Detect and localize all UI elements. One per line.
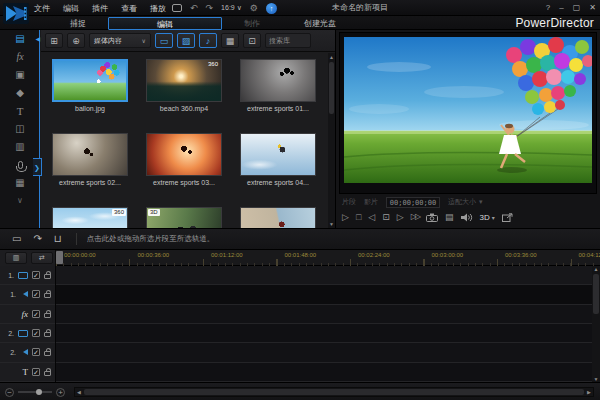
media-item[interactable]: ballon.jpg — [43, 53, 137, 127]
zoom-slider[interactable] — [18, 391, 52, 393]
track-enable-checkbox[interactable]: ✓ — [32, 290, 40, 298]
stop-button[interactable]: □ — [356, 213, 361, 222]
play-button[interactable]: ▷ — [342, 213, 349, 222]
fit-size-dropdown[interactable]: 适配大小▾ — [448, 197, 483, 207]
timeline-horizontal-scrollbar[interactable]: ◀ ▶ — [74, 387, 594, 397]
media-item[interactable]: extreme sports 03... — [137, 127, 231, 201]
tab-produce[interactable]: 制作 — [222, 17, 282, 30]
media-item[interactable]: 360beach 360.mp4 — [137, 53, 231, 127]
menu-edit[interactable]: 编辑 — [63, 3, 79, 14]
close-button[interactable]: ✕ — [589, 4, 596, 12]
3d-mode-button[interactable]: 3D▾ — [480, 213, 495, 222]
media-room-icon[interactable]: ▤◀ — [0, 30, 40, 48]
track-enable-checkbox[interactable]: ✓ — [32, 348, 40, 356]
detach-preview-icon[interactable] — [502, 213, 513, 222]
track-enable-checkbox[interactable]: ✓ — [32, 329, 40, 337]
transition-room-glyph: ◫ — [15, 124, 24, 134]
tracks-vertical-scrollbar[interactable]: ▲ ▼ — [592, 266, 600, 382]
media-item[interactable]: extreme sports 04... — [231, 127, 325, 201]
redo-icon[interactable]: ↷ — [206, 4, 214, 13]
search-input[interactable] — [265, 33, 311, 48]
track-lock-icon[interactable] — [44, 313, 51, 318]
select-display-icon[interactable] — [172, 4, 182, 12]
previous-frame-button[interactable]: ◁ — [368, 213, 375, 222]
track-lock-icon[interactable] — [44, 293, 51, 298]
movie-mode-button[interactable]: 影片 — [364, 197, 378, 207]
zoom-in-button[interactable]: + — [56, 388, 65, 397]
scroll-right-icon[interactable]: ▶ — [585, 388, 593, 396]
media-item[interactable]: 3D — [137, 201, 231, 228]
import-media-button[interactable]: ⊞ — [45, 33, 63, 48]
track-lane[interactable] — [56, 343, 592, 362]
time-ruler[interactable]: 00:00:00:0000:00:36:0000:01:12:0000:01:4… — [56, 250, 600, 266]
snapshot-camera-icon[interactable] — [426, 213, 438, 222]
align-tracks-button[interactable]: ⇄ — [31, 252, 53, 264]
track-enable-checkbox[interactable]: ✓ — [32, 368, 40, 376]
particle-room-icon[interactable]: ◆ — [0, 84, 40, 102]
step-frame-button[interactable]: ⊡ — [382, 213, 390, 222]
insert-clip-icon[interactable]: ⊔ — [54, 234, 62, 244]
maximize-button[interactable]: ▢ — [573, 4, 581, 12]
track-enable-checkbox[interactable]: ✓ — [32, 271, 40, 279]
media-item[interactable]: 360 — [43, 201, 137, 228]
scroll-left-icon[interactable]: ◀ — [75, 388, 83, 396]
track-lane[interactable] — [56, 305, 592, 324]
track-lock-icon[interactable] — [44, 274, 51, 279]
scroll-up-icon[interactable]: ▲ — [328, 54, 335, 60]
menu-plugins[interactable]: 插件 — [92, 3, 108, 14]
track-lane[interactable] — [56, 285, 592, 304]
volume-speaker-icon[interactable] — [461, 213, 473, 222]
zoom-slider-handle[interactable] — [36, 389, 42, 395]
transition-room-icon[interactable]: ◫ — [0, 120, 40, 138]
filter-music-button[interactable]: ♪ — [199, 33, 217, 48]
track-lane[interactable] — [56, 266, 592, 285]
track-lock-icon[interactable] — [44, 371, 51, 376]
track-manager-button[interactable]: ▥ — [5, 252, 27, 264]
aspect-ratio-dropdown[interactable]: 16:9 ∨ — [221, 4, 242, 12]
undo-icon[interactable]: ↶ — [190, 4, 198, 13]
scrollbar-thumb[interactable] — [84, 389, 584, 395]
media-label: extreme sports 03... — [153, 179, 215, 186]
media-item[interactable] — [231, 201, 325, 228]
fast-forward-button[interactable]: ▷▷ — [411, 213, 419, 221]
scroll-down-icon[interactable]: ∨ — [0, 192, 40, 210]
rail-expander[interactable]: ❯ — [33, 158, 42, 176]
track-lock-icon[interactable] — [44, 332, 51, 337]
menu-view[interactable]: 查看 — [121, 3, 137, 14]
tab-create-disc[interactable]: 创建光盘 — [282, 17, 358, 30]
pip-objects-room-icon[interactable]: ▣ — [0, 66, 40, 84]
scrollbar-thumb[interactable] — [593, 274, 599, 314]
effect-room-icon[interactable]: fx — [0, 48, 40, 66]
library-view-button[interactable]: ▦ — [221, 33, 239, 48]
minimize-button[interactable]: – — [559, 4, 563, 12]
track-lane[interactable] — [56, 324, 592, 343]
scrollbar-thumb[interactable] — [329, 62, 334, 114]
next-frame-button[interactable]: ▷ — [397, 213, 404, 222]
overwrite-arrow-icon[interactable]: ↷ — [33, 234, 41, 244]
track-lane[interactable] — [56, 363, 592, 382]
scroll-up-icon[interactable]: ▲ — [592, 266, 600, 272]
plugin-button[interactable]: ⊕ — [67, 33, 85, 48]
content-filter-dropdown[interactable]: 媒体内容∨ — [89, 33, 151, 48]
filter-photo-button[interactable]: ▨ — [177, 33, 195, 48]
range-select-icon[interactable]: ▭ — [12, 234, 21, 244]
clip-mode-button[interactable]: 片段 — [342, 197, 356, 207]
help-button[interactable]: ? — [546, 4, 550, 12]
tab-capture[interactable]: 捕捉 — [48, 17, 108, 30]
zoom-out-button[interactable]: − — [5, 388, 14, 397]
menu-play[interactable]: 播放 — [150, 3, 166, 14]
track-lock-icon[interactable] — [44, 351, 51, 356]
scroll-down-icon[interactable]: ▼ — [328, 221, 335, 227]
title-room-icon[interactable]: T — [0, 102, 40, 120]
library-scrollbar[interactable]: ▲ ▼ — [328, 53, 335, 228]
media-item[interactable]: extreme sports 01... — [231, 53, 325, 127]
detach-library-button[interactable]: ⊡ — [243, 33, 261, 48]
filter-video-button[interactable]: ▭ — [155, 33, 173, 48]
track-enable-checkbox[interactable]: ✓ — [32, 310, 40, 318]
preview-quality-icon[interactable]: ▤ — [445, 213, 454, 222]
menu-file[interactable]: 文件 — [34, 3, 50, 14]
playhead-scrubber[interactable] — [56, 251, 63, 264]
media-item[interactable]: extreme sports 02... — [43, 127, 137, 201]
tab-edit[interactable]: 编辑 — [108, 17, 222, 30]
audio-mixing-room-icon[interactable]: ▥ — [0, 138, 40, 156]
